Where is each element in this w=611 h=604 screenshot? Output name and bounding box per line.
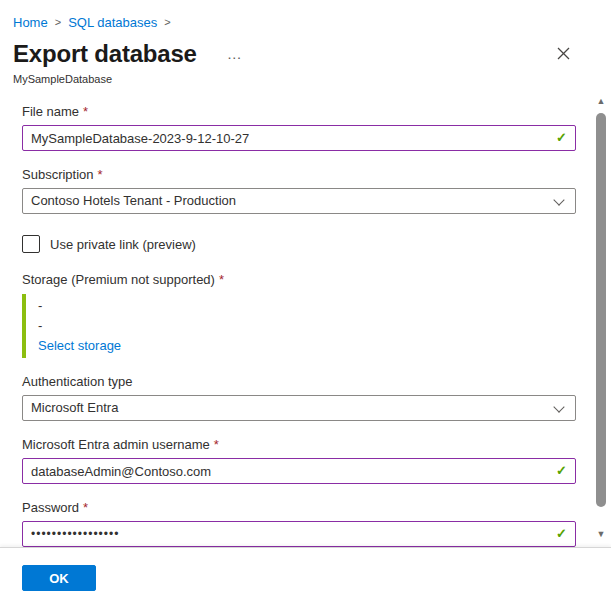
authentication-type-dropdown[interactable]: Microsoft Entra [22,395,576,421]
file-name-input-wrap: ✓ [22,125,576,151]
admin-username-label-text: Microsoft Entra admin username [22,437,210,452]
admin-username-input-wrap: ✓ [22,458,576,484]
storage-summary-block: - - Select storage [22,294,576,358]
required-asterisk: * [83,500,88,515]
breadcrumb-separator-icon: > [55,16,61,28]
password-label: Password* [22,500,576,516]
close-button[interactable] [552,42,574,64]
select-storage-link[interactable]: Select storage [38,336,121,356]
admin-username-label: Microsoft Entra admin username* [22,437,576,453]
breadcrumb-home[interactable]: Home [13,15,48,30]
subscription-label-text: Subscription [22,167,94,182]
password-label-text: Password [22,500,79,515]
scroll-up-icon[interactable]: ▲ [594,95,608,107]
more-options-button[interactable]: … [223,47,247,61]
authentication-type-field: Authentication type Microsoft Entra [22,374,576,421]
breadcrumb: Home>SQL databases> [0,0,611,32]
export-database-panel: Home>SQL databases> Export database … My… [0,0,611,547]
admin-username-field: Microsoft Entra admin username* ✓ [22,437,576,484]
subscription-label: Subscription* [22,167,576,183]
subscription-dropdown[interactable]: Contoso Hotels Tenant - Production [22,188,576,214]
close-icon [557,47,570,60]
required-asterisk: * [219,272,224,287]
authentication-type-label: Authentication type [22,374,576,390]
breadcrumb-sql-databases[interactable]: SQL databases [68,15,157,30]
breadcrumb-separator-icon: > [164,16,170,28]
password-field: Password* ✓ [22,500,576,547]
authentication-type-value: Microsoft Entra [31,400,118,415]
ok-button[interactable]: OK [22,565,96,591]
scroll-down-icon[interactable]: ▼ [594,528,608,540]
use-private-link-label[interactable]: Use private link (preview) [50,237,196,252]
storage-field: Storage (Premium not supported)* - - Sel… [22,272,576,358]
file-name-input[interactable] [22,125,576,151]
subscription-field: Subscription* Contoso Hotels Tenant - Pr… [22,167,576,214]
storage-container-value: - [38,316,576,336]
file-name-label: File name* [22,104,576,120]
storage-label: Storage (Premium not supported)* [22,272,576,288]
panel-title-row: Export database … [13,39,598,69]
authentication-type-label-text: Authentication type [22,374,133,389]
context-subtitle: MySampleDatabase [13,72,598,86]
vertical-scrollbar[interactable]: ▲ ▼ [594,95,608,540]
form-content: File name* ✓ Subscription* Contoso Hotel… [0,104,611,547]
admin-username-input[interactable] [22,458,576,484]
subscription-value: Contoso Hotels Tenant - Production [31,193,236,208]
storage-label-text: Storage (Premium not supported) [22,272,215,287]
use-private-link-checkbox[interactable] [22,235,40,253]
password-input[interactable] [22,521,576,547]
file-name-label-text: File name [22,104,79,119]
required-asterisk: * [83,104,88,119]
private-link-row: Use private link (preview) [22,234,576,254]
storage-account-value: - [38,296,576,316]
file-name-field: File name* ✓ [22,104,576,151]
chevron-down-icon [553,194,564,205]
password-input-wrap: ✓ [22,521,576,547]
page-title: Export database [13,40,197,68]
scrollbar-thumb[interactable] [596,113,606,507]
panel-footer: OK [0,547,611,604]
chevron-down-icon [553,401,564,412]
required-asterisk: * [214,437,219,452]
required-asterisk: * [98,167,103,182]
